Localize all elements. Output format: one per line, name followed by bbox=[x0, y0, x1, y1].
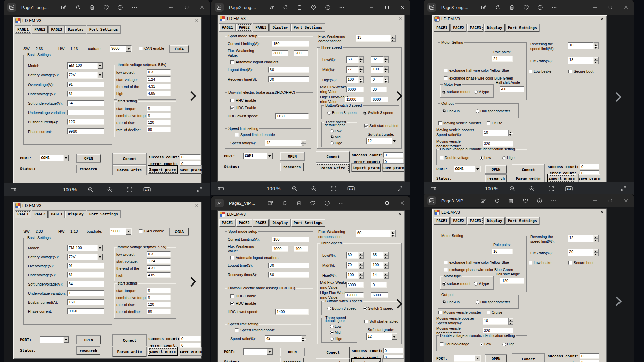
current-limiting-field[interactable]: 180 bbox=[272, 237, 309, 242]
speed-limited-checkbox[interactable] bbox=[235, 328, 239, 332]
gear-hige-radio[interactable] bbox=[330, 337, 334, 341]
dropdown-arrow-icon[interactable] bbox=[63, 337, 69, 343]
low-beake-checkbox[interactable] bbox=[529, 70, 532, 73]
tab-port-settings[interactable]: Port Settings bbox=[291, 219, 325, 227]
mid-speed-spinner-2[interactable]: 100 bbox=[371, 66, 389, 73]
spin-up-icon[interactable] bbox=[301, 140, 306, 143]
button3speed-radio[interactable] bbox=[327, 307, 331, 310]
param-write-button[interactable]: Param write bbox=[316, 358, 350, 362]
gear-mid-radio[interactable] bbox=[330, 135, 334, 139]
minimize-button[interactable] bbox=[587, 194, 603, 208]
dropdown-arrow-icon[interactable] bbox=[267, 349, 273, 355]
ebs-ratio-spinner[interactable]: 20 bbox=[568, 249, 599, 256]
info-icon[interactable] bbox=[534, 196, 545, 206]
busbar-current-field[interactable]: 150 bbox=[67, 299, 104, 305]
hdc-enable-checkbox[interactable] bbox=[230, 106, 234, 110]
one-lin-radio[interactable] bbox=[442, 300, 446, 304]
tab-page3[interactable]: PAGE3 bbox=[253, 24, 269, 31]
tab-page1[interactable]: PAGE1 bbox=[219, 219, 235, 227]
switch3speed-radio[interactable] bbox=[363, 111, 367, 115]
tab-page3[interactable]: PAGE3 bbox=[49, 26, 64, 33]
edit-icon[interactable] bbox=[59, 2, 69, 12]
titlebar[interactable]: Page1_orig.... bbox=[4, 0, 210, 15]
hige-speed-spinner-2[interactable]: 0 bbox=[371, 76, 389, 83]
dropdown-arrow-icon[interactable] bbox=[97, 254, 103, 260]
start-torque-field[interactable]: 0 bbox=[147, 288, 171, 293]
tab-page1[interactable]: PAGE1 bbox=[434, 24, 450, 32]
minimize-button[interactable] bbox=[163, 0, 179, 15]
research-button[interactable]: research bbox=[77, 165, 100, 173]
minimize-button[interactable] bbox=[364, 196, 379, 210]
surface-mount-radio[interactable] bbox=[442, 282, 446, 286]
zoom-in-icon[interactable] bbox=[105, 185, 115, 195]
open-button[interactable]: OPEN bbox=[485, 355, 507, 362]
dialog-close-icon[interactable] bbox=[194, 203, 199, 208]
undervoltage-variation-field[interactable]: 1 bbox=[67, 290, 104, 296]
hdc-lowest-speed-field[interactable]: 1400 bbox=[275, 309, 309, 315]
gear-hige-radio[interactable] bbox=[330, 141, 334, 145]
hige-flux-field-1[interactable]: 11000 bbox=[345, 97, 364, 102]
double-low-radio[interactable] bbox=[480, 343, 483, 346]
tab-page2[interactable]: PAGE2 bbox=[32, 26, 48, 33]
soft-start-checkbox[interactable] bbox=[364, 124, 368, 128]
hhc-enable-checkbox[interactable] bbox=[230, 99, 234, 102]
maximize-button[interactable] bbox=[603, 194, 618, 208]
exchange-phase-checkbox[interactable] bbox=[444, 268, 448, 272]
edit-icon[interactable] bbox=[479, 2, 489, 12]
dialog-close-icon[interactable] bbox=[599, 16, 605, 21]
tab-page2[interactable]: PAGE2 bbox=[451, 217, 466, 225]
tab-display[interactable]: Display bbox=[484, 24, 504, 32]
pole-pairs-field[interactable]: 16 bbox=[492, 249, 513, 254]
favorite-icon[interactable] bbox=[308, 198, 318, 208]
titlebar[interactable]: Page3_VIP.... bbox=[424, 194, 634, 207]
rate-of-decline-field[interactable]: 80 bbox=[147, 309, 171, 314]
success-count-field[interactable]: 0 bbox=[580, 164, 599, 169]
battery-voltage-select[interactable]: 72V bbox=[67, 72, 103, 79]
baudrate-select[interactable]: 9600 bbox=[110, 45, 132, 52]
rate-of-rise-field[interactable]: 120 bbox=[147, 120, 171, 125]
low-protect-field[interactable]: 0.3 bbox=[147, 251, 171, 257]
auto-logout-checkbox[interactable] bbox=[230, 60, 234, 64]
tab-display[interactable]: Display bbox=[65, 26, 86, 33]
one-lin-radio[interactable] bbox=[442, 109, 446, 113]
zoom-out-icon[interactable] bbox=[289, 184, 300, 194]
dropdown-arrow-icon[interactable] bbox=[97, 72, 103, 78]
next-image-arrow[interactable] bbox=[612, 92, 622, 102]
end-of-high-field[interactable]: 4.31 bbox=[147, 84, 171, 89]
conect-button[interactable]: Conect bbox=[512, 354, 544, 362]
conect-button[interactable]: Conect bbox=[316, 151, 350, 162]
gear-mid-radio[interactable] bbox=[330, 331, 334, 334]
high-field[interactable]: 4.85 bbox=[147, 91, 171, 96]
maximize-button[interactable] bbox=[179, 0, 194, 15]
conect-button[interactable]: Conect bbox=[113, 335, 146, 346]
import-prarm-button[interactable]: import prarm bbox=[352, 164, 381, 172]
model-select[interactable]: EM-100 bbox=[67, 62, 103, 69]
exchange-phase-checkbox[interactable] bbox=[444, 76, 448, 80]
dropdown-arrow-icon[interactable] bbox=[392, 138, 397, 144]
edit-icon[interactable] bbox=[266, 2, 277, 12]
low-speed-spinner-1[interactable]: 63 bbox=[346, 56, 364, 63]
save-prarm-button[interactable]: save prarm bbox=[579, 174, 600, 182]
surface-mount-radio[interactable] bbox=[442, 90, 446, 94]
delete-icon[interactable] bbox=[294, 2, 305, 12]
close-button[interactable] bbox=[618, 194, 634, 208]
filmstrip-icon[interactable] bbox=[428, 184, 439, 194]
combinative-torque-field[interactable]: 0 bbox=[147, 295, 171, 300]
hige-flux-field-1[interactable]: 12000 bbox=[345, 292, 364, 298]
import-prarm-button[interactable]: import prarm bbox=[148, 347, 177, 355]
tab-display[interactable]: Display bbox=[270, 24, 290, 31]
port-select[interactable]: COM1 bbox=[243, 153, 273, 159]
edit-icon[interactable] bbox=[478, 196, 489, 206]
tab-port-settings[interactable]: Port Settings bbox=[506, 24, 539, 32]
dialog-close-icon[interactable] bbox=[397, 16, 403, 21]
zoom-in-icon[interactable] bbox=[308, 184, 319, 194]
conect-button[interactable]: Conect bbox=[316, 347, 350, 358]
delete-icon[interactable] bbox=[294, 198, 304, 208]
v-type-radio[interactable] bbox=[474, 282, 478, 286]
param-write-button[interactable]: Param write bbox=[113, 347, 146, 357]
delete-icon[interactable] bbox=[87, 2, 98, 12]
mid-speed-spinner-2[interactable]: 100 bbox=[371, 262, 389, 269]
button3speed-radio[interactable] bbox=[327, 111, 331, 115]
more-icon[interactable] bbox=[548, 196, 559, 206]
hige-flux-field-2[interactable]: 6000 bbox=[371, 97, 388, 102]
